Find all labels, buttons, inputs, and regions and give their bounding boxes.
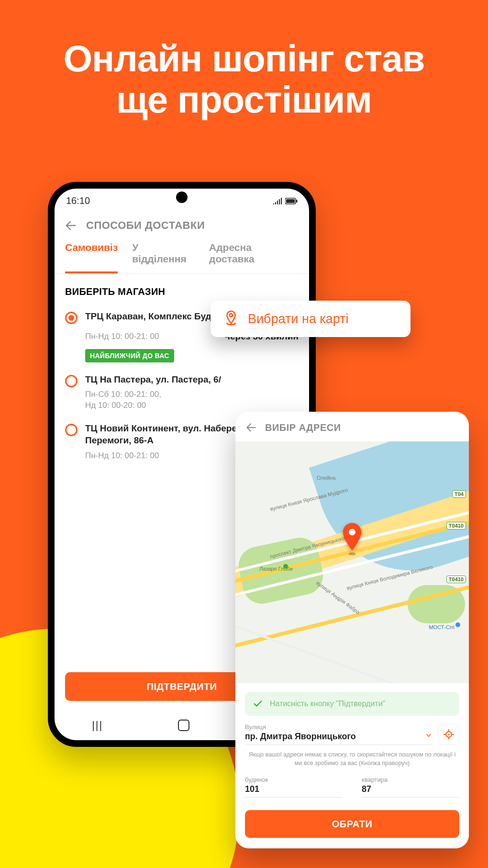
back-icon[interactable] <box>245 421 257 434</box>
apartment-value: 87 <box>362 784 371 794</box>
map-label: Олейна <box>317 475 335 481</box>
phone-camera <box>176 192 188 203</box>
battery-icon <box>285 198 298 204</box>
address-bottom-sheet: Натисність кнопку "Підтвердити" Вулиця п… <box>235 683 469 848</box>
highway-badge: Т0410 <box>446 522 466 530</box>
svg-rect-1 <box>286 199 295 203</box>
confirm-button-label: ПІДТВЕРДИТИ <box>147 681 217 692</box>
back-icon[interactable] <box>64 219 78 232</box>
crosshair-icon <box>443 729 455 740</box>
street-field[interactable]: Вулиця пр. Дмитра Яворницького <box>245 723 433 745</box>
confirm-hint: Натисність кнопку "Підтвердити" <box>245 692 459 716</box>
page-title: СПОСОБИ ДОСТАВКИ <box>86 219 205 232</box>
address-title: ВИБІР АДРЕСИ <box>265 422 341 433</box>
status-time: 16:10 <box>66 195 90 206</box>
status-right <box>273 198 298 204</box>
tab-pickup[interactable]: Самовивіз <box>65 242 118 273</box>
store-item[interactable]: ТЦ На Пастера, ул. Пастера, 6/ Пн-Сб 10:… <box>65 367 299 417</box>
choose-store-title: ВИБЕРІТЬ МАГАЗИН <box>55 274 309 304</box>
map-center-pin-icon <box>341 523 363 552</box>
address-header: ВИБІР АДРЕСИ <box>235 412 469 441</box>
nav-recent-icon[interactable]: ||| <box>92 719 103 732</box>
store-name: ТЦ На Пастера, ул. Пастера, 6/ <box>85 374 299 386</box>
phone-address-picker: ВИБІР АДРЕСИ Т04 Т0410 Т0410 Олейна вули… <box>235 412 469 848</box>
signal-icon <box>273 198 282 204</box>
highway-badge: Т0410 <box>446 575 466 583</box>
map-poi-label: МОСТ-Сіті <box>429 624 455 630</box>
apartment-label: квартира <box>362 776 459 783</box>
svg-point-6 <box>448 733 449 735</box>
map-road <box>235 623 469 683</box>
map-pin-shadow <box>348 552 356 555</box>
radio-selected-icon[interactable] <box>65 312 78 324</box>
chevron-down-icon <box>425 732 433 742</box>
poi-dot-icon <box>283 564 288 569</box>
store-hours: Пн-Сб 10: 00-21: 00, Нд 10: 00-20: 00 <box>85 389 299 411</box>
select-on-map-label: Вибрати на карті <box>248 312 349 327</box>
svg-point-4 <box>349 529 355 536</box>
map-pin-icon <box>223 310 239 328</box>
svg-rect-2 <box>296 200 298 203</box>
select-button[interactable]: ОБРАТИ <box>245 810 459 838</box>
building-label: будинок <box>245 776 343 783</box>
hero-line1: Онлайн шопінг став <box>63 37 424 79</box>
building-value: 101 <box>245 784 259 794</box>
help-text: Якщо вашої адреси немає в списку, то ско… <box>245 751 459 767</box>
locate-me-button[interactable] <box>438 724 459 745</box>
tab-address[interactable]: Адресна доставка <box>209 242 299 273</box>
hero-title: Онлайн шопінг став ще простішим <box>0 0 488 121</box>
map-view[interactable]: Т04 Т0410 Т0410 Олейна вулиця Князя Ярос… <box>235 441 469 683</box>
app-header: СПОСОБИ ДОСТАВКИ <box>55 211 309 237</box>
store-hours: Пн-Нд 10: 00-21: 00 <box>85 331 159 342</box>
nav-home-icon[interactable] <box>178 720 189 731</box>
svg-point-3 <box>230 314 233 317</box>
hero-line2: ще простішим <box>116 79 372 121</box>
nearest-badge: НАЙБЛИЖЧИЙ ДО ВАС <box>85 349 174 362</box>
select-on-map-pill[interactable]: Вибрати на карті <box>211 301 410 337</box>
delivery-tabs: Самовивіз У відділення Адресна доставка <box>55 237 309 274</box>
radio-icon[interactable] <box>65 375 78 387</box>
highway-badge: Т04 <box>452 490 466 498</box>
radio-icon[interactable] <box>65 424 78 436</box>
poi-dot-icon <box>455 622 460 627</box>
street-label: Вулиця <box>245 723 433 731</box>
apartment-field[interactable]: квартира 87 <box>362 776 459 798</box>
tab-branch[interactable]: У відділення <box>132 242 195 273</box>
select-button-label: ОБРАТИ <box>332 819 373 830</box>
street-value: пр. Дмитра Яворницького <box>245 732 356 742</box>
confirm-hint-text: Натисність кнопку "Підтвердити" <box>270 699 385 708</box>
store-main: ТЦ На Пастера, ул. Пастера, 6/ Пн-Сб 10:… <box>85 374 299 412</box>
building-field[interactable]: будинок 101 <box>245 776 343 798</box>
check-icon <box>253 699 263 709</box>
